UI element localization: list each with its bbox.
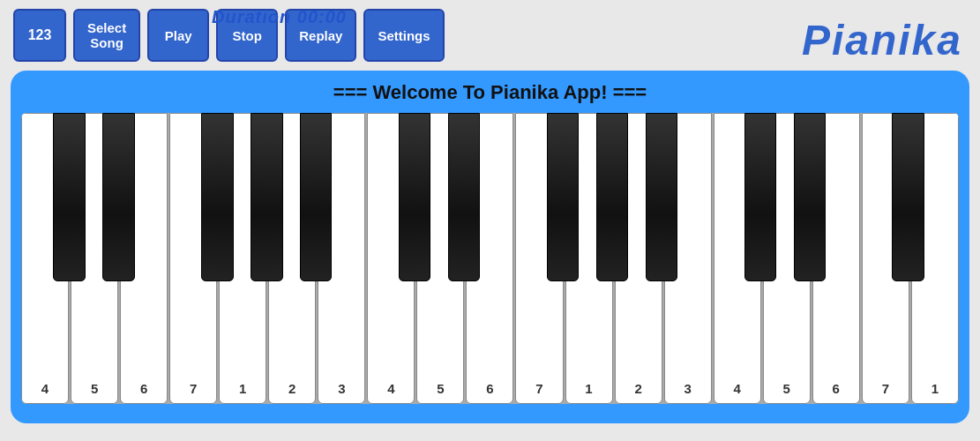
black-key[interactable] — [892, 113, 924, 281]
black-key[interactable] — [300, 113, 332, 281]
settings-button[interactable]: Settings — [363, 9, 444, 62]
play-button[interactable]: Play — [147, 9, 209, 62]
black-key[interactable] — [794, 113, 826, 281]
duration-label: Duration 00:00 — [212, 7, 347, 27]
btn-123[interactable]: 123 — [13, 9, 66, 62]
black-key[interactable] — [646, 113, 677, 281]
app-title: Pianika — [802, 16, 962, 64]
welcome-text: === Welcome To Pianika App! === — [21, 81, 959, 104]
black-key[interactable] — [201, 113, 233, 281]
black-key[interactable] — [744, 113, 776, 281]
black-key[interactable] — [53, 113, 85, 281]
black-key[interactable] — [102, 113, 134, 281]
black-key[interactable] — [547, 113, 579, 281]
black-key[interactable] — [448, 113, 480, 281]
keyboard: 4567123456712345671 — [21, 113, 959, 404]
top-bar: Duration 00:00 123 SelectSong Play Stop … — [0, 0, 980, 71]
piano-container: === Welcome To Pianika App! === 45671234… — [11, 71, 969, 423]
black-key[interactable] — [251, 113, 282, 281]
black-key[interactable] — [399, 113, 430, 281]
black-key[interactable] — [596, 113, 628, 281]
select-song-button[interactable]: SelectSong — [73, 9, 140, 62]
